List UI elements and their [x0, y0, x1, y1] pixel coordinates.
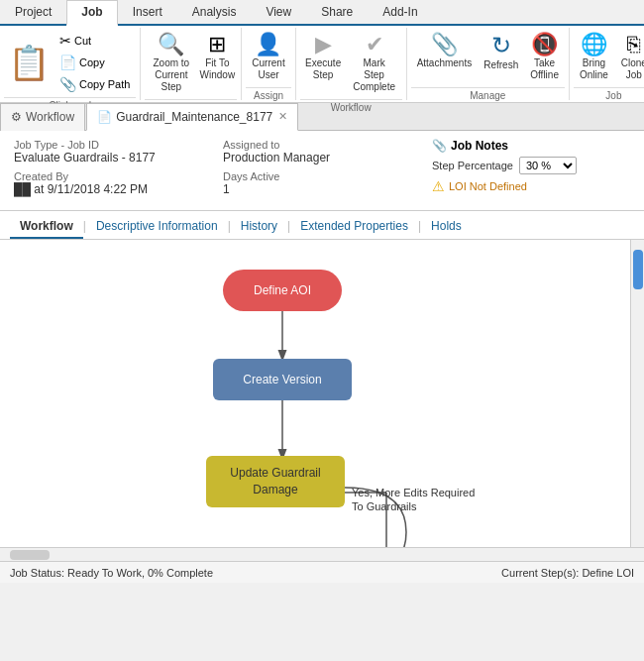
- copy-icon: 📄: [59, 55, 76, 70]
- execute-icon: ▶: [315, 34, 332, 55]
- zoom-icon: 🔍: [158, 34, 184, 55]
- section-tab-descriptive[interactable]: Descriptive Information: [86, 215, 228, 239]
- step-percentage-row: Step Percentage 30 % 0 % 10 % 20 % 40 % …: [432, 157, 630, 174]
- execute-step-label: Execute Step: [305, 57, 341, 81]
- offline-icon: 📵: [531, 34, 558, 55]
- tab-insert[interactable]: Insert: [118, 0, 177, 24]
- copy-path-button[interactable]: 📎 Copy Path: [54, 73, 136, 95]
- refresh-label: Refresh: [483, 59, 518, 71]
- manage-items: 📎 Attachments ↻ Refresh 📵 Take Offline: [411, 30, 565, 85]
- tab-addin[interactable]: Add-In: [368, 0, 432, 24]
- created-by-label: Created By: [14, 170, 223, 182]
- copy-label: Copy: [79, 56, 105, 68]
- group-clipboard: 📋 ✂ Cut 📄 Copy 📎 Copy Path: [0, 28, 141, 100]
- ribbon-tabs: Project Job Insert Analysis View Share A…: [0, 0, 644, 26]
- maintenance-tab-label: Guardrail_Maintenance_8177: [116, 110, 272, 124]
- section-tab-extended[interactable]: Extended Properties: [290, 215, 418, 239]
- scrollbar-thumb: [633, 250, 643, 289]
- node-define-aoi[interactable]: Define AOI: [223, 270, 342, 311]
- workflow-canvas[interactable]: Define AOI Create Version Update Guardra…: [0, 240, 644, 547]
- workflow-items: ▶ Execute Step ✔ Mark Step Complete: [300, 30, 402, 97]
- assigned-to-label: Assigned to: [223, 139, 432, 151]
- execute-step-button[interactable]: ▶ Execute Step: [300, 30, 347, 85]
- group-job: 🌐 Bring Online ⎘ Clone Job Job: [570, 28, 644, 100]
- scrollbar-right[interactable]: [630, 240, 644, 547]
- group-assign: 👤 Current User Assign: [242, 28, 295, 100]
- close-tab-button[interactable]: ✕: [278, 110, 287, 123]
- assign-label: Assign: [246, 87, 290, 103]
- loi-warning: ⚠ LOI Not Defined: [432, 178, 630, 194]
- workflow-tab-label: Workflow: [26, 110, 74, 124]
- bring-online-icon: 🌐: [581, 34, 607, 55]
- workflow-tab[interactable]: ⚙ Workflow: [0, 103, 85, 131]
- fit-icon: ⊞: [208, 34, 226, 55]
- job-type-value: Evaluate Guardrails - 8177: [14, 151, 223, 165]
- job-type-label: Job Type - Job ID: [14, 139, 223, 151]
- mark-complete-button[interactable]: ✔ Mark Step Complete: [347, 30, 402, 97]
- take-offline-button[interactable]: 📵 Take Offline: [524, 30, 565, 85]
- job-notes-title: 📎 Job Notes: [432, 139, 630, 153]
- status-left: Job Status: Ready To Work, 0% Complete: [10, 567, 213, 579]
- job-group-label: Job: [574, 87, 644, 103]
- node-update-guardrail-label: Update Guardrail Damage: [230, 465, 320, 498]
- cut-icon: ✂: [59, 33, 71, 49]
- paste-icon: 📋: [4, 44, 54, 81]
- clone-job-label: Clone Job: [621, 57, 644, 81]
- refresh-button[interactable]: ↻ Refresh: [478, 30, 524, 75]
- tab-share[interactable]: Share: [306, 0, 368, 24]
- zoom-button[interactable]: 🔍 Zoom to Current Step: [145, 30, 197, 97]
- job-items: 🌐 Bring Online ⎘ Clone Job: [574, 30, 644, 85]
- maintenance-tab[interactable]: 📄 Guardrail_Maintenance_8177 ✕: [86, 103, 298, 131]
- workflow-tab-icon: ⚙: [11, 110, 22, 124]
- section-tab-workflow[interactable]: Workflow: [10, 215, 83, 239]
- job-info-right: 📎 Job Notes Step Percentage 30 % 0 % 10 …: [432, 139, 630, 194]
- copy-path-icon: 📎: [59, 76, 76, 92]
- days-active-label: Days Active: [223, 170, 432, 182]
- tab-view[interactable]: View: [251, 0, 306, 24]
- clone-icon: ⎘: [627, 34, 640, 55]
- bring-online-button[interactable]: 🌐 Bring Online: [574, 30, 614, 85]
- check-icon: ✔: [366, 34, 383, 55]
- copy-button[interactable]: 📄 Copy: [54, 52, 136, 73]
- attachments-button[interactable]: 📎 Attachments: [411, 30, 479, 73]
- attachments-label: Attachments: [417, 57, 473, 69]
- zoom-label: Zoom to Current Step: [151, 57, 191, 93]
- assign-items: 👤 Current User: [246, 30, 290, 85]
- days-active-value: 1: [223, 182, 432, 196]
- group-workflow: ▶ Execute Step ✔ Mark Step Complete Work…: [296, 28, 407, 100]
- job-info-col: Assigned to Production Manager Days Acti…: [223, 139, 432, 202]
- section-tab-holds[interactable]: Holds: [421, 215, 472, 239]
- fit-window-button[interactable]: ⊞ Fit To Window: [197, 30, 237, 85]
- take-offline-label: Take Offline: [530, 57, 559, 81]
- workflow-group-label: Workflow: [300, 99, 402, 115]
- scrollbar-h-thumb: [10, 550, 50, 560]
- clipboard-items: 📋 ✂ Cut 📄 Copy 📎 Copy Path: [4, 30, 136, 95]
- node-update-guardrail[interactable]: Update Guardrail Damage: [206, 456, 345, 507]
- tab-analysis[interactable]: Analysis: [177, 0, 252, 24]
- status-right: Current Step(s): Define LOI: [501, 567, 634, 579]
- cut-button[interactable]: ✂ Cut: [54, 30, 136, 52]
- assigned-to-value: Production Manager: [223, 151, 432, 165]
- fit-label: Fit To Window: [200, 57, 236, 81]
- section-tabs: Workflow | Descriptive Information | His…: [0, 211, 644, 240]
- ribbon-bar: 📋 ✂ Cut 📄 Copy 📎 Copy Path: [0, 26, 644, 103]
- attachment-icon: 📎: [431, 34, 458, 55]
- node-create-version-label: Create Version: [243, 373, 321, 386]
- current-user-button[interactable]: 👤 Current User: [246, 30, 290, 85]
- node-create-version[interactable]: Create Version: [213, 359, 352, 400]
- group-view: 🔍 Zoom to Current Step ⊞ Fit To Window V…: [141, 28, 242, 100]
- tab-project[interactable]: Project: [0, 0, 66, 24]
- loi-warning-text: LOI Not Defined: [449, 180, 527, 192]
- scrollbar-bottom[interactable]: [0, 547, 644, 561]
- step-percentage-select[interactable]: 30 % 0 % 10 % 20 % 40 % 50 % 60 % 70 % 8…: [519, 157, 577, 174]
- manage-label: Manage: [411, 87, 565, 103]
- node-define-aoi-label: Define AOI: [254, 283, 311, 297]
- copy-path-label: Copy Path: [79, 78, 130, 90]
- clone-job-button[interactable]: ⎘ Clone Job: [614, 30, 644, 85]
- tab-job[interactable]: Job: [66, 0, 117, 26]
- section-tab-history[interactable]: History: [231, 215, 287, 239]
- view-items: 🔍 Zoom to Current Step ⊞ Fit To Window: [145, 30, 237, 97]
- current-user-label: Current User: [252, 57, 284, 81]
- job-header: Job Type - Job ID Evaluate Guardrails - …: [0, 131, 644, 211]
- group-manage: 📎 Attachments ↻ Refresh 📵 Take Offline M…: [407, 28, 570, 100]
